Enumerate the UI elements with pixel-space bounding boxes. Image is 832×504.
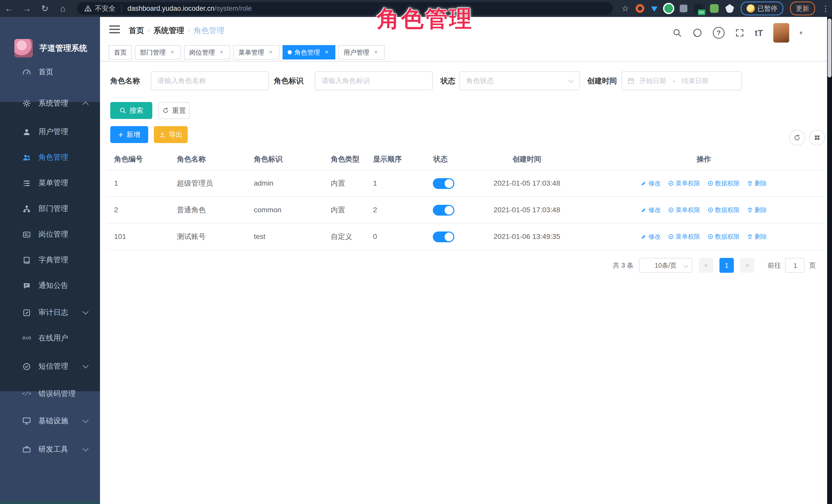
scrollbar-track[interactable] <box>827 17 832 504</box>
tree-icon <box>21 204 32 213</box>
search-icon[interactable] <box>672 28 682 38</box>
row-action-data-permission[interactable]: 数据权限 <box>707 179 740 187</box>
row-action-menu-permission[interactable]: 菜单权限 <box>668 233 700 241</box>
extension-icon-blue-drop[interactable] <box>651 5 658 12</box>
tab-users[interactable]: 用户管理 × <box>338 45 385 59</box>
browser-reload-icon[interactable]: ↻ <box>36 3 54 14</box>
row-action-menu-permission[interactable]: 菜单权限 <box>668 206 700 214</box>
row-action-data-permission[interactable]: 数据权限 <box>707 233 740 241</box>
table-row[interactable]: 2 普通角色 common 内置 2 2021-01-05 17:03:48 修… <box>106 197 824 223</box>
sidebar-item-menus[interactable]: 菜单管理 <box>0 170 100 196</box>
status-toggle[interactable] <box>433 232 454 242</box>
avatar-caret-icon[interactable]: ▾ <box>800 29 803 36</box>
date-range-picker[interactable]: 开始日期 - 结束日期 <box>622 71 742 90</box>
breadcrumb-home[interactable]: 首页 <box>129 25 144 36</box>
tab-posts[interactable]: 岗位管理 × <box>184 45 230 59</box>
extension-icon-gray[interactable] <box>680 5 687 12</box>
sidebar-item-audit-log[interactable]: 审计日志 <box>0 300 100 325</box>
bookmark-star-icon[interactable]: ☆ <box>622 4 629 13</box>
tab-home[interactable]: 首页 <box>109 45 132 59</box>
tab-close-icon[interactable]: × <box>372 49 380 56</box>
table-row[interactable]: 101 测试账号 test 自定义 0 2021-01-06 13:49:35 … <box>106 223 824 250</box>
security-label[interactable]: 不安全 <box>95 4 115 13</box>
row-action-edit[interactable]: 修改 <box>641 233 661 241</box>
row-action-edit[interactable]: 修改 <box>641 206 661 214</box>
extensions-puzzle-icon[interactable] <box>725 4 734 13</box>
app-logo-block[interactable]: 芋道管理系统 <box>15 39 87 57</box>
row-action-menu-permission[interactable]: 菜单权限 <box>668 179 700 187</box>
extension-icon-green-circle[interactable] <box>664 4 673 13</box>
pagination-page-1[interactable]: 1 <box>720 258 734 273</box>
tab-close-icon[interactable]: × <box>267 49 274 56</box>
tab-close-icon[interactable]: × <box>323 49 330 56</box>
tab-menus[interactable]: 菜单管理 × <box>233 45 280 59</box>
pagination-goto-input[interactable] <box>785 258 805 273</box>
extension-icon-dark[interactable]: on <box>694 4 703 13</box>
sidebar-item-notice[interactable]: 通知公告 <box>0 273 100 298</box>
role-name-input[interactable] <box>151 71 269 90</box>
tab-departments[interactable]: 部门管理 × <box>135 45 181 59</box>
search-button[interactable]: 搜索 <box>110 102 152 119</box>
pagination-next-button[interactable]: > <box>740 258 754 273</box>
sidebar-item-infrastructure[interactable]: 基础设施 <box>0 408 100 434</box>
browser-home-icon[interactable]: ⌂ <box>54 4 72 14</box>
role-key-input-field[interactable] <box>315 72 445 90</box>
github-icon[interactable] <box>692 28 703 38</box>
address-bar[interactable]: 不安全 dashboard.yudao.iocoder.cn/system/ro… <box>77 2 613 15</box>
role-key-input[interactable] <box>315 71 433 90</box>
plus-icon: + <box>118 131 123 138</box>
status-select[interactable]: 角色状态 <box>460 71 580 90</box>
sidebar-item-error-codes[interactable]: </> 错误码管理 <box>0 381 100 406</box>
row-action-delete[interactable]: 删除 <box>747 233 767 241</box>
extension-icon-person[interactable] <box>710 4 719 13</box>
refresh-table-button[interactable] <box>789 130 805 145</box>
breadcrumb-system[interactable]: 系统管理 <box>153 25 184 36</box>
font-size-icon[interactable]: tT <box>755 28 763 38</box>
row-action-edit[interactable]: 修改 <box>641 179 661 187</box>
row-action-delete[interactable]: 删除 <box>747 179 767 187</box>
date-start-placeholder[interactable]: 开始日期 <box>640 76 666 85</box>
date-end-placeholder[interactable]: 结束日期 <box>682 76 708 85</box>
export-button[interactable]: 导出 <box>154 126 188 143</box>
browser-menu-dots-icon[interactable]: ⋮ <box>822 4 829 13</box>
pagination-prev-button[interactable]: < <box>699 258 713 273</box>
page-size-select[interactable]: 10条/页 <box>639 258 692 273</box>
sidebar-item-label: 系统管理 <box>38 98 68 108</box>
sidebar-item-system[interactable]: 系统管理 <box>0 90 100 116</box>
sidebar-item-home[interactable]: 首页 <box>0 59 100 85</box>
sidebar-item-online-users[interactable]: 0x0 在线用户 <box>0 325 100 351</box>
sidebar-item-users[interactable]: 用户管理 <box>0 119 100 144</box>
extension-icon-orange[interactable] <box>635 4 644 13</box>
sidebar-item-posts[interactable]: 岗位管理 <box>0 221 100 247</box>
status-toggle[interactable] <box>433 178 454 189</box>
status-toggle[interactable] <box>433 205 454 216</box>
hamburger-icon[interactable] <box>109 25 120 33</box>
column-settings-button[interactable] <box>809 130 825 145</box>
sidebar-item-departments[interactable]: 部门管理 <box>0 196 100 221</box>
sidebar-item-roles[interactable]: 角色管理 <box>0 144 100 170</box>
browser-back-icon[interactable]: ← <box>0 4 18 14</box>
row-action-delete[interactable]: 删除 <box>747 206 767 214</box>
docs-question-icon[interactable]: ? <box>713 27 725 39</box>
role-name-input-field[interactable] <box>151 72 281 90</box>
reset-button[interactable]: 重置 <box>158 102 190 119</box>
filter-create-time-label: 创建时间 <box>587 71 617 90</box>
sidebar-item-dev-tools[interactable]: 研发工具 <box>0 436 100 462</box>
sidebar-item-sms[interactable]: 短信管理 <box>0 353 100 379</box>
profile-paused-chip[interactable]: 已暂停 <box>741 2 783 16</box>
row-action-data-permission[interactable]: 数据权限 <box>707 206 740 214</box>
add-button[interactable]: + 新增 <box>110 126 148 143</box>
sidebar-item-dict[interactable]: 字典管理 <box>0 247 100 273</box>
scrollbar-thumb[interactable] <box>828 19 831 77</box>
table-row[interactable]: 1 超级管理员 admin 内置 1 2021-01-05 17:03:48 修… <box>106 170 824 197</box>
browser-forward-icon[interactable]: → <box>18 4 36 14</box>
trash-icon <box>747 234 753 240</box>
fullscreen-icon[interactable] <box>735 28 745 38</box>
tab-close-icon[interactable]: × <box>218 49 225 56</box>
refresh-icon <box>162 107 169 114</box>
tab-roles[interactable]: 角色管理 × <box>283 45 335 59</box>
user-avatar[interactable] <box>773 23 789 43</box>
browser-update-button[interactable]: 更新 <box>790 2 815 16</box>
tab-close-icon[interactable]: × <box>169 49 176 56</box>
pagination-goto-field[interactable] <box>786 258 805 273</box>
